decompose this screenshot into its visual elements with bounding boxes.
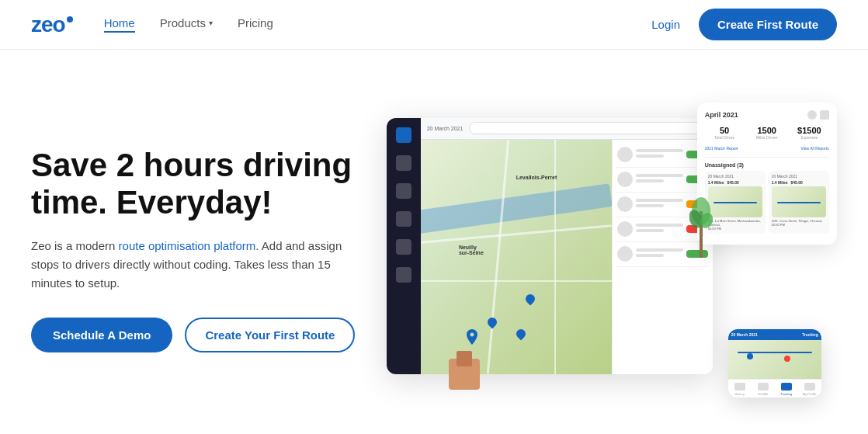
mobile-title: 20 March 2021: [731, 332, 758, 337]
mobile-nav-history[interactable]: History: [728, 383, 752, 396]
list-text: [636, 149, 683, 160]
mobile-nav-on-mile[interactable]: On Mile: [752, 383, 775, 396]
sidebar-icon-3: [396, 183, 411, 199]
stat-miles: 1500 Miles Driven: [747, 126, 786, 140]
unassigned-section: Unassigned (3) 20 March 2021 1.4 Miles $…: [705, 157, 829, 234]
hero-buttons: Schedule A Demo Create Your First Route: [31, 318, 355, 352]
logo-text: zeo: [31, 12, 65, 37]
list-line-1: [636, 199, 683, 202]
nav-links: Home Products ▾ Pricing: [104, 16, 652, 33]
nav-home[interactable]: Home: [104, 16, 135, 33]
mobile-stop-dot-2: [784, 356, 790, 362]
unassigned-card-1: 20 March 2021 1.4 Miles $45.00 #65, 1st …: [705, 171, 766, 234]
nav-pricing[interactable]: Pricing: [238, 16, 273, 33]
list-item[interactable]: [616, 168, 710, 193]
app-search-bar[interactable]: [469, 122, 706, 134]
profile-icon: [804, 383, 815, 391]
stat-num: $1500: [790, 126, 829, 135]
highlight-text: route optimisation platform: [119, 239, 256, 252]
history-icon: [734, 383, 745, 391]
list-line-2: [636, 204, 665, 207]
stat-expenses: $1500 Expenses: [790, 126, 829, 140]
list-line-2: [636, 179, 665, 182]
mobile-header: 20 March 2021 Tracking: [728, 329, 821, 340]
sidebar-icon-6: [396, 267, 411, 283]
list-text: [636, 224, 683, 234]
map-pin-1: [485, 316, 498, 329]
avatar: [617, 196, 633, 212]
list-item[interactable]: [616, 143, 710, 168]
uc-address: #65, 1st Main Street, Mooluvakamdas, Che…: [708, 219, 762, 231]
stats-header: April 2021: [705, 110, 829, 120]
mobile-nav-label: My Profile: [803, 392, 817, 396]
stat-label: Miles Driven: [747, 135, 786, 140]
hero-title: Save 2 hours driving time. Everyday!: [31, 147, 355, 222]
sidebar-icon-1: [396, 127, 411, 143]
uc-miles: 1.4 Miles: [772, 180, 788, 185]
list-line-1: [636, 149, 683, 152]
map-label-neuilly: Neuillysur-Seine: [459, 245, 484, 255]
map-road-2: [421, 280, 612, 282]
map-pin-2: [524, 292, 537, 305]
mobile-nav-label: On Mile: [758, 392, 769, 396]
login-link[interactable]: Login: [651, 18, 680, 31]
stats-title: April 2021: [705, 111, 738, 119]
logo-dot: [67, 16, 73, 23]
uc-address: #GE, Cross Street, Telagor, Chennai,02:5…: [772, 219, 826, 227]
app-sidebar: [387, 118, 421, 374]
tracking-icon: [781, 383, 792, 391]
mobile-nav-bar: History On Mile Tracking My Profile: [728, 379, 821, 398]
hero-section: Save 2 hours driving time. Everyday! Zeo…: [0, 50, 868, 434]
route-line: [713, 202, 757, 203]
navbar: zeo Home Products ▾ Pricing Login Create…: [0, 0, 868, 50]
map-pin-3: [514, 328, 527, 341]
view-all-reports-link[interactable]: View All Reports: [800, 146, 828, 151]
chevron-down-icon: ▾: [209, 19, 213, 27]
mobile-map: [728, 340, 821, 379]
list-line-2: [636, 155, 665, 158]
decorative-plant-left: [689, 196, 713, 258]
sidebar-icon-5: [396, 239, 411, 255]
list-text: [636, 199, 683, 210]
hero-right: 20 March 2021 Levallois-Perret Neuil: [386, 81, 837, 418]
mobile-nav-tracking[interactable]: Tracking: [775, 383, 798, 396]
uc-stats: 1.4 Miles $45.00: [708, 180, 762, 185]
map-pin-icon: [464, 329, 480, 348]
nav-products[interactable]: Products ▾: [160, 16, 213, 33]
sidebar-icon-2: [396, 155, 411, 171]
schedule-demo-button[interactable]: Schedule A Demo: [31, 318, 172, 352]
create-first-route-button[interactable]: Create First Route: [699, 9, 837, 40]
march-report-link[interactable]: 2021 March Report: [705, 146, 738, 151]
list-line-1: [636, 248, 683, 252]
stat-label: Total Drives: [705, 135, 745, 140]
more-icon[interactable]: [820, 110, 829, 120]
unassigned-card-2: 20 March 2021 1.4 Miles $45.00 #GE, Cros…: [769, 171, 829, 234]
stat-num: 50: [705, 126, 745, 135]
list-text: [636, 174, 683, 185]
mobile-app-panel: 20 March 2021 Tracking History: [728, 329, 821, 398]
mobile-stop-dot-1: [747, 353, 753, 359]
uc-price: $45.00: [727, 180, 739, 185]
app-header-bar: 20 March 2021: [421, 118, 713, 140]
sidebar-icon-4: [396, 211, 411, 227]
logo[interactable]: zeo: [31, 12, 73, 37]
mobile-map-bg: [728, 340, 821, 379]
list-text: [636, 248, 683, 259]
settings-icon[interactable]: [807, 110, 817, 120]
unassigned-title: Unassigned (3): [705, 162, 829, 168]
stat-num: 1500: [747, 126, 786, 135]
stats-numbers: 50 Total Drives 1500 Miles Driven $1500 …: [705, 126, 829, 140]
create-first-route-hero-button[interactable]: Create Your First Route: [185, 318, 355, 352]
stat-total-drives: 50 Total Drives: [705, 126, 745, 140]
stat-label: Expenses: [790, 135, 829, 140]
uc-date: 20 March 2021: [772, 174, 826, 179]
main-app-window: 20 March 2021 Levallois-Perret Neuil: [387, 118, 713, 374]
route-line: [777, 202, 821, 203]
stats-panel: April 2021 50 Total Drives 1500 Miles Dr…: [697, 102, 837, 245]
list-line-2: [636, 254, 665, 257]
uc-date: 20 March 2021: [708, 174, 762, 179]
mobile-nav-profile[interactable]: My Profile: [798, 383, 821, 396]
unassigned-cards: 20 March 2021 1.4 Miles $45.00 #65, 1st …: [705, 171, 829, 234]
list-line-1: [636, 174, 683, 177]
app-date-label: 20 March 2021: [427, 126, 464, 131]
